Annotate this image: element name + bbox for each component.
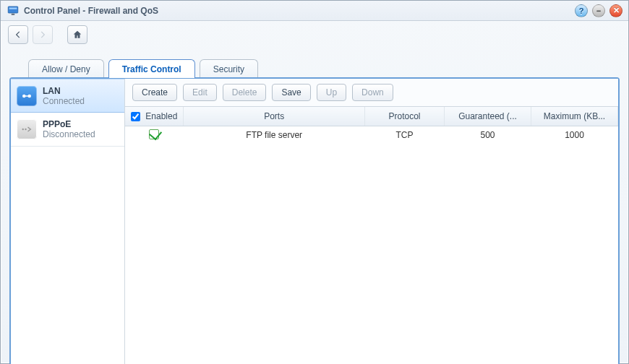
create-button[interactable]: Create [132,84,177,101]
pane: LAN Connected PPPoE Disconnected [9,77,620,364]
rules-panel: Create Edit Delete Save Up Down [125,79,618,364]
tabs: Allow / Deny Traffic Control Security [9,58,620,77]
col-enabled-label: Enabled [145,111,177,121]
tab-traffic-control[interactable]: Traffic Control [108,59,195,78]
col-guaranteed[interactable]: Guaranteed (... [445,107,531,126]
sidebar-item-status: Disconnected [43,129,95,139]
svg-rect-0 [8,6,18,13]
minimize-button[interactable]: – [592,4,605,17]
cell-guaranteed: 500 [445,126,531,144]
sidebar-item-title: PPPoE [43,119,95,129]
down-button[interactable]: Down [352,84,393,101]
col-ports[interactable]: Ports [184,107,365,126]
cell-protocol: TCP [365,126,445,144]
col-enabled[interactable]: Enabled [125,107,184,126]
home-button[interactable] [67,25,87,44]
cell-maximum: 1000 [531,126,618,144]
help-button[interactable]: ? [575,4,588,17]
svg-point-6 [22,129,24,130]
rules-grid[interactable]: Enabled Ports Protocol Guaranteed (... M… [125,107,618,364]
rules-toolbar: Create Edit Delete Save Up Down [125,79,618,107]
cell-ports: FTP file server [184,126,365,144]
tab-security[interactable]: Security [200,59,258,78]
nav-toolbar [1,21,628,48]
svg-rect-2 [12,13,15,14]
up-button[interactable]: Up [317,84,346,101]
interface-sidebar: LAN Connected PPPoE Disconnected [11,79,125,364]
save-button[interactable]: Save [272,84,310,101]
delete-button[interactable]: Delete [223,84,267,101]
lan-icon [17,86,37,106]
tab-allow-deny[interactable]: Allow / Deny [28,59,104,78]
app-icon [7,4,20,17]
select-all-checkbox[interactable] [131,112,140,121]
arrow-left-icon [13,30,23,40]
window: Control Panel - Firewall and QoS ? – ✕ A… [0,0,629,364]
content: Allow / Deny Traffic Control Security LA… [9,58,620,364]
window-title: Control Panel - Firewall and QoS [24,6,158,16]
row-enabled-checkbox[interactable] [149,129,159,139]
sidebar-item-lan[interactable]: LAN Connected [11,79,124,113]
edit-button[interactable]: Edit [183,84,217,101]
pppoe-icon [17,119,37,139]
table-row[interactable]: FTP file server TCP 500 1000 [125,126,618,144]
titlebar: Control Panel - Firewall and QoS ? – ✕ [1,1,628,21]
svg-rect-5 [24,95,30,97]
arrow-right-icon [38,30,48,40]
sidebar-item-status: Connected [43,96,85,106]
sidebar-item-title: LAN [43,86,85,96]
col-maximum[interactable]: Maximum (KB... [531,107,618,126]
forward-button[interactable] [33,25,53,44]
svg-point-7 [25,129,26,130]
sidebar-item-pppoe[interactable]: PPPoE Disconnected [11,113,124,147]
back-button[interactable] [8,25,28,44]
home-icon [72,30,82,40]
col-protocol[interactable]: Protocol [365,107,445,126]
svg-rect-1 [9,7,17,9]
close-button[interactable]: ✕ [609,4,622,17]
